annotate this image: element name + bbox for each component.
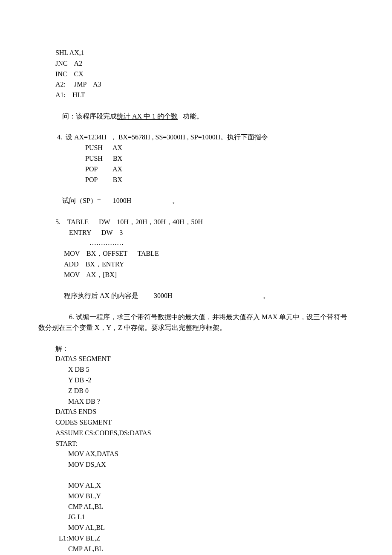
code-line: MOV AX，[BX] bbox=[38, 270, 354, 280]
code-line: ADD BX，ENTRY bbox=[38, 259, 354, 270]
question-line: 数分别在三个变量 X，Y，Z 中存储。要求写出完整程序框架。 bbox=[38, 323, 354, 333]
code-line: X DB 5 bbox=[38, 364, 354, 375]
code-line: CODES SEGMENT bbox=[38, 417, 354, 428]
question-line: 6. 试编一程序，求三个带符号数据中的最大值，并将最大值存入 MAX 单元中，设… bbox=[38, 312, 354, 323]
code-line: L1:MOV BL,Z bbox=[38, 533, 354, 544]
code-line: A1: HLT bbox=[38, 90, 354, 101]
code-line: JG L1 bbox=[38, 512, 354, 523]
code-line: MOV AL,X bbox=[38, 480, 354, 491]
code-line: MOV BL,Y bbox=[38, 491, 354, 502]
code-line: DATAS SEGMENT bbox=[38, 354, 354, 364]
code-line: CMP AL,BL bbox=[38, 544, 354, 555]
page: SHL AX,1 JNC A2 INC CX A2: JMP A3 A1: HL… bbox=[0, 0, 392, 555]
code-line: SHL AX,1 bbox=[38, 48, 354, 58]
blank-line bbox=[38, 470, 354, 480]
question-line: 4. 设 AX=1234H ， BX=5678H , SS=3000H , SP… bbox=[38, 132, 354, 143]
answer-underline: 3000H bbox=[138, 292, 263, 299]
answer-label: 解： bbox=[38, 344, 354, 354]
code-line: MOV DS,AX bbox=[38, 460, 354, 470]
code-line: 5. TABLE DW 10H，20H，30H，40H，50H bbox=[38, 217, 354, 228]
question-suffix: 功能。 bbox=[178, 113, 203, 120]
code-line: ASSUME CS:CODES,DS:DATAS bbox=[38, 428, 354, 439]
code-line: INC CX bbox=[38, 69, 354, 80]
code-line: Z DB 0 bbox=[38, 386, 354, 396]
answer-line: 程序执行后 AX 的内容是 3000H 。 bbox=[38, 280, 354, 312]
answer-prefix: 试问（SP）= bbox=[62, 197, 101, 204]
code-line: A2: JMP A3 bbox=[38, 79, 354, 90]
answer-underline: 统计 AX 中 1 的个数 bbox=[117, 113, 178, 120]
answer-line: 试问（SP）= 1000H 。 bbox=[38, 185, 354, 217]
code-line: POP BX bbox=[38, 175, 354, 185]
code-line: START: bbox=[38, 439, 354, 449]
code-line: POP AX bbox=[38, 164, 354, 175]
code-line: …………… bbox=[38, 238, 354, 249]
question-prefix: 问：该程序段完成 bbox=[62, 113, 117, 120]
answer-suffix: 。 bbox=[172, 197, 179, 204]
code-line: CMP AL,BL bbox=[38, 502, 354, 512]
code-line: PUSH AX bbox=[38, 143, 354, 153]
code-line: PUSH BX bbox=[38, 153, 354, 164]
code-line: MOV AL,BL bbox=[38, 523, 354, 533]
question-line: 问：该程序段完成统计 AX 中 1 的个数 功能。 bbox=[38, 101, 354, 132]
code-line: DATAS ENDS bbox=[38, 407, 354, 417]
blank-line bbox=[38, 333, 354, 344]
code-line: MOV BX，OFFSET TABLE bbox=[38, 249, 354, 259]
code-line: Y DB -2 bbox=[38, 375, 354, 386]
code-line: ENTRY DW 3 bbox=[38, 228, 354, 238]
answer-underline: 1000H bbox=[101, 197, 173, 204]
code-line: JNC A2 bbox=[38, 58, 354, 69]
code-line: MAX DB ? bbox=[38, 396, 354, 407]
code-line: MOV AX,DATAS bbox=[38, 449, 354, 460]
answer-suffix: 。 bbox=[263, 292, 270, 299]
answer-prefix: 程序执行后 AX 的内容是 bbox=[62, 292, 138, 299]
